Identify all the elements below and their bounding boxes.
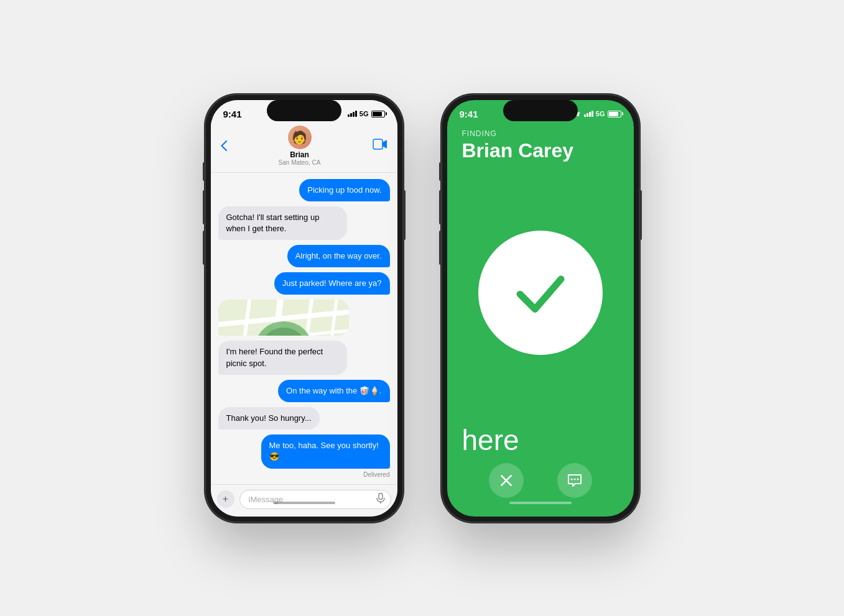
status-bar-messages: 9:41 5G xyxy=(211,100,397,123)
message-bubble: Just parked! Where are ya? xyxy=(274,272,390,295)
home-indicator xyxy=(273,502,335,504)
findmy-screen: 9:41 5G xyxy=(447,100,634,517)
checkmark-circle xyxy=(478,231,603,355)
message-bubble: Me too, haha. See you shortly! 😎 xyxy=(261,434,390,468)
svg-rect-19 xyxy=(379,494,383,500)
signal-bars-white xyxy=(584,111,593,117)
contact-name-messages: Brian xyxy=(290,150,309,159)
messages-screen: 9:41 5G xyxy=(211,100,397,517)
finding-label: FINDING xyxy=(462,129,619,138)
message-bubble: Alright, on the way over. xyxy=(287,245,390,267)
message-bubble: Thank you! So hungry... xyxy=(218,407,320,430)
messages-input-bar: + iMessage xyxy=(211,484,397,517)
status-time-findmy: 9:41 xyxy=(460,109,478,119)
add-attachment-button[interactable]: + xyxy=(217,490,234,508)
messages-phone: 9:41 5G xyxy=(205,94,404,523)
network-type-findmy: 5G xyxy=(596,110,605,117)
battery-fill xyxy=(373,112,382,116)
checkmark-area xyxy=(447,162,634,423)
map-bubble[interactable]: Central Park and Japanese Garden 🧑 xyxy=(218,300,349,336)
messages-header: 🧑 Brian San Mateo, CA xyxy=(211,123,397,173)
messages-body: Picking up food now. Gotcha! I'll start … xyxy=(211,173,397,484)
svg-rect-0 xyxy=(373,139,383,149)
signal-bars xyxy=(348,111,357,117)
found-contact-name: Brian Carey xyxy=(462,139,619,162)
status-icons-findmy: 5G xyxy=(573,109,621,118)
message-bubble: I'm here! Found the perfect picnic spot. xyxy=(218,341,347,374)
scene: 9:41 5G xyxy=(180,69,665,548)
findmy-actions xyxy=(447,463,634,517)
svg-point-25 xyxy=(577,478,578,480)
message-bubble: On the way with the 🥡🍦. xyxy=(278,380,389,402)
delivered-status: Delivered xyxy=(363,471,389,478)
network-type: 5G xyxy=(359,110,369,117)
svg-point-24 xyxy=(573,478,575,480)
home-indicator-findmy xyxy=(509,502,572,504)
microphone-icon[interactable] xyxy=(376,493,385,506)
status-time-messages: 9:41 xyxy=(223,109,242,119)
findmy-header: FINDING Brian Carey xyxy=(447,123,634,162)
dismiss-button[interactable] xyxy=(489,463,524,498)
svg-point-23 xyxy=(570,478,572,480)
battery-icon xyxy=(371,111,385,117)
message-input[interactable]: iMessage xyxy=(239,490,391,509)
battery-icon-findmy xyxy=(608,111,621,117)
status-bar-findmy: 9:41 5G xyxy=(447,100,634,123)
contact-avatar[interactable]: 🧑 xyxy=(288,126,312,149)
map-image: Central Park and Japanese Garden 🧑 xyxy=(218,300,349,336)
battery-fill-findmy xyxy=(609,112,618,116)
message-bubble: Gotcha! I'll start setting up when I get… xyxy=(218,206,347,240)
contact-info: 🧑 Brian San Mateo, CA xyxy=(279,126,321,166)
video-call-button[interactable] xyxy=(373,139,387,153)
contact-location: San Mateo, CA xyxy=(279,159,321,166)
findmy-phone: 9:41 5G xyxy=(441,94,640,523)
message-button[interactable] xyxy=(557,463,592,498)
back-button[interactable] xyxy=(221,140,227,151)
findmy-status-word: here xyxy=(447,423,634,463)
message-bubble: Picking up food now. xyxy=(299,179,389,201)
status-icons-messages: 5G xyxy=(348,110,385,117)
message-input-wrapper: iMessage xyxy=(239,490,391,509)
